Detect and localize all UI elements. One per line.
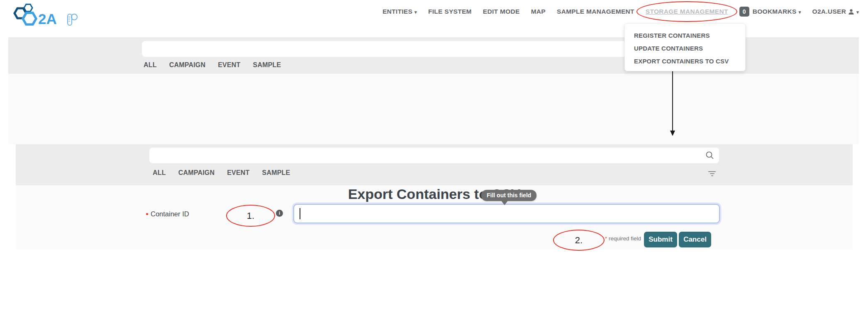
submit-button[interactable]: Submit [644,232,677,247]
bookmarks-count-badge: 0 [739,7,749,17]
chevron-down-icon: ▾ [414,10,417,15]
form-title: Export Containers to CSV [16,186,853,202]
text-cursor [300,208,300,219]
main-nav: ENTITIES ▾ FILE SYSTEM EDIT MODE MAP SAM… [383,0,859,23]
cancel-button[interactable]: Cancel [679,232,711,247]
search-input-panel[interactable] [149,148,719,163]
container-id-label: Container ID [151,210,189,218]
flask-icon [66,13,78,27]
chevron-down-icon: ▾ [799,10,801,15]
info-icon[interactable]: i [276,210,283,217]
container-id-input[interactable] [293,204,720,223]
tab-sample[interactable]: SAMPLE [253,61,281,69]
nav-storage-management[interactable]: STORAGE MANAGEMENT [646,8,728,15]
required-marker [146,213,148,215]
tab-event[interactable]: EVENT [227,169,249,177]
tab-campaign[interactable]: CAMPAIGN [178,169,215,177]
logo-icon: 2A [12,2,75,27]
required-star: * [605,235,607,242]
storage-management-menu: REGISTER CONTAINERS UPDATE CONTAINERS EX… [624,23,746,71]
menu-item-update-containers[interactable]: UPDATE CONTAINERS [625,42,745,55]
svg-text:2A: 2A [38,11,57,27]
nav-edit-mode[interactable]: EDIT MODE [483,8,520,15]
search-tabs-top: ALL CAMPAIGN EVENT SAMPLE [144,61,281,69]
app-logo[interactable]: 2A [12,2,100,27]
tab-sample[interactable]: SAMPLE [262,169,290,177]
tab-all[interactable]: ALL [153,169,166,177]
user-icon [848,9,854,15]
nav-sample-management[interactable]: SAMPLE MANAGEMENT [557,8,634,15]
menu-item-export-containers-csv[interactable]: EXPORT CONTAINERS TO CSV [625,55,745,68]
search-tabs-panel: ALL CAMPAIGN EVENT SAMPLE [153,169,290,177]
tab-campaign[interactable]: CAMPAIGN [169,61,206,69]
nav-user-menu[interactable]: O2A.USER ▾ [812,8,859,15]
validation-tooltip: Fill out this field [481,190,536,201]
search-icon[interactable] [705,151,714,160]
nav-bookmarks[interactable]: 0 BOOKMARKS ▾ [739,7,801,17]
nav-entities-label: ENTITIES [383,8,412,15]
tooltip-pointer-icon [501,200,508,205]
menu-item-register-containers[interactable]: REGISTER CONTAINERS [625,29,745,42]
nav-entities[interactable]: ENTITIES ▾ [383,8,417,15]
required-field-note: *required field [605,235,641,242]
tab-event[interactable]: EVENT [218,61,240,69]
filter-icon[interactable] [708,171,716,177]
chevron-down-icon: ▾ [856,10,859,15]
flow-arrow [668,66,678,138]
nav-map[interactable]: MAP [531,8,546,15]
search-band-panel: ALL CAMPAIGN EVENT SAMPLE [16,144,853,185]
content-background [8,74,859,144]
nav-file-system[interactable]: FILE SYSTEM [428,8,472,15]
o2a-app: 2A ENTITIES ▾ FILE SYSTEM EDIT MODE [0,0,868,315]
tab-all[interactable]: ALL [144,61,157,69]
